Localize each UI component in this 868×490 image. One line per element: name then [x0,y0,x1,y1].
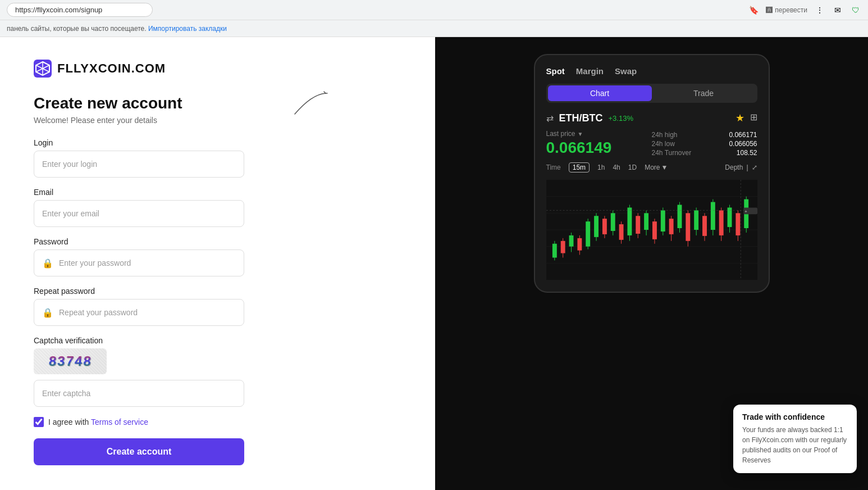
depth-label: Depth [725,164,743,171]
email-field-group: Email [34,188,401,227]
last-price-label-text: Last price [546,130,575,138]
price-stats: Last price ▼ 0.066149 24h high 0.066171 … [546,130,757,157]
browser-actions: 🔖 🅰 перевести ⋮ ✉ 🛡 [748,4,861,16]
view-toggle: Chart Trade [546,84,757,103]
svg-rect-36 [644,213,648,230]
email-icon[interactable]: ✉ [832,4,843,16]
menu-icon[interactable]: ⋮ [814,4,825,16]
pair-change: +3.13% [609,114,633,122]
svg-rect-28 [610,213,615,231]
svg-rect-54 [719,210,723,235]
captcha-input-wrapper[interactable] [34,380,244,407]
logo-text: FLLYXCOIN.COM [57,61,166,76]
more-button[interactable]: More ▼ [645,164,668,171]
password-lock-icon: 🔒 [42,258,53,269]
import-bookmarks-link[interactable]: Импортировать закладки [148,25,227,33]
svg-rect-22 [586,221,590,247]
svg-rect-50 [702,216,707,236]
svg-rect-26 [602,219,606,234]
url-bar[interactable]: https://fllyxcoin.com/signup [7,3,153,17]
login-label: Login [34,138,401,147]
turnover-row: 24h Turnover 108.52 [652,149,757,157]
svg-rect-24 [594,216,599,237]
password-field-group: Password 🔒 [34,237,401,276]
confidence-title: Trade with confidence [742,412,848,421]
terms-checkbox[interactable] [34,417,44,427]
password-input[interactable] [59,258,236,267]
repeat-password-label: Repeat password [34,287,401,296]
time-15m[interactable]: 15m [569,162,590,173]
signup-panel: FLLYXCOIN.COM Create new account Welcome… [0,37,435,490]
svg-rect-40 [660,210,665,232]
terms-link[interactable]: Terms of service [91,418,148,427]
high-row: 24h high 0.066171 [652,131,757,139]
trade-view-button[interactable]: Trade [652,85,756,101]
pair-swap-icon: ⇄ [546,113,554,124]
low-value: 0.066056 [729,140,757,148]
trade-tabs: Spot Margin Swap [546,66,757,76]
repeat-password-input-wrapper[interactable]: 🔒 [34,299,244,326]
svg-rect-46 [686,213,690,241]
time-1d[interactable]: 1D [628,164,637,171]
turnover-value: 108.52 [737,149,757,157]
email-input-wrapper[interactable] [34,200,244,227]
depth-separator: | [746,164,748,171]
grid-icon[interactable]: ⊞ [750,112,757,124]
svg-rect-58 [735,213,740,235]
captcha-label: Captcha verification [34,336,401,345]
confidence-card: Trade with confidence Your funds are alw… [733,405,857,473]
email-label: Email [34,188,401,197]
depth-expand-icon: ⤢ [752,164,757,171]
password-input-wrapper[interactable]: 🔒 [34,249,244,276]
low-label: 24h low [652,140,675,148]
svg-rect-44 [677,205,682,228]
time-4h[interactable]: 4h [613,164,620,171]
bookmarks-text: панель сайты, которые вы часто посещаете… [7,25,147,33]
svg-rect-48 [694,210,698,230]
chart-svg: + [546,179,757,280]
more-label: More [645,164,660,171]
shield-icon[interactable]: 🛡 [850,4,861,16]
email-input[interactable] [42,209,236,218]
tab-swap[interactable]: Swap [615,66,637,76]
create-account-button[interactable]: Create account [34,438,244,465]
logo-icon [34,60,52,78]
terms-text: I agree with Terms of service [48,418,148,427]
tab-margin[interactable]: Margin [576,66,604,76]
svg-rect-16 [560,241,565,253]
login-input[interactable] [42,160,236,169]
chart-view-button[interactable]: Chart [548,85,652,101]
translate-button[interactable]: 🅰 перевести [766,6,807,14]
terms-agree-text: I agree with [48,418,89,427]
confidence-text: Your funds are always backed 1:1 on Fily… [742,425,848,465]
login-input-wrapper[interactable] [34,151,244,178]
high-label: 24h high [652,131,678,139]
pair-name: ETH/BTC [559,112,603,124]
price-dropdown-icon: ▼ [578,131,583,137]
svg-rect-32 [627,207,632,235]
svg-text:+: + [744,209,747,214]
high-value: 0.066171 [729,131,757,139]
svg-rect-18 [569,235,573,247]
price-detail: 24h high 0.066171 24h low 0.066056 24h T… [652,130,757,157]
svg-rect-42 [669,219,673,234]
bookmark-icon[interactable]: 🔖 [748,4,759,16]
arrow-svg [289,89,334,117]
tab-spot[interactable]: Spot [546,66,565,76]
svg-rect-20 [577,238,582,251]
repeat-password-field-group: Repeat password 🔒 [34,287,401,326]
time-1h[interactable]: 1h [597,164,605,171]
more-chevron-icon: ▼ [661,164,668,171]
main-layout: FLLYXCOIN.COM Create new account Welcome… [0,37,868,490]
login-field-group: Login [34,138,401,178]
terms-row: I agree with Terms of service [34,417,244,427]
trading-panel: Spot Margin Swap Chart Trade ⇄ ETH/BTC +… [435,37,868,490]
favorite-star-icon[interactable]: ★ [735,112,744,124]
captcha-field-group: Captcha verification 83748 [34,336,401,407]
depth-button[interactable]: Depth | ⤢ [725,164,757,171]
turnover-label: 24h Turnover [652,149,692,157]
pair-header: ⇄ ETH/BTC +3.13% ★ ⊞ [546,112,757,124]
repeat-password-input[interactable] [59,308,236,317]
time-label: Time [546,164,561,171]
captcha-input[interactable] [42,389,236,398]
